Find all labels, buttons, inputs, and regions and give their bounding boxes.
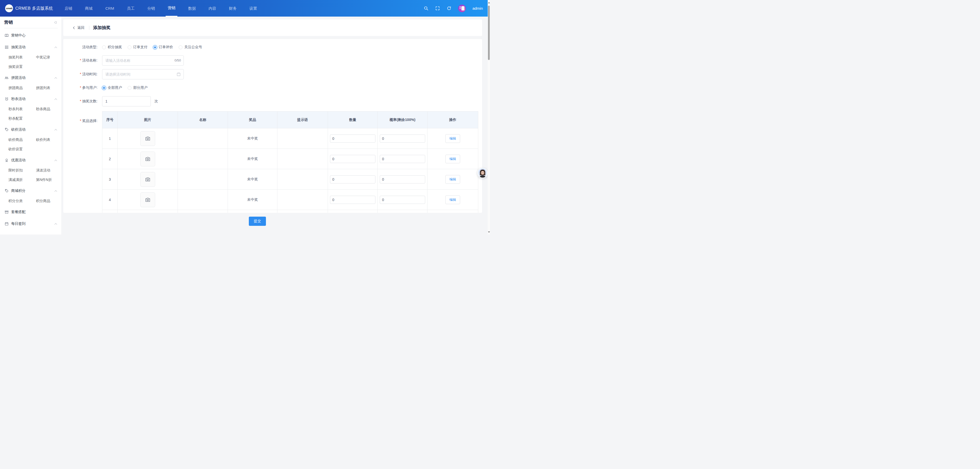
header-actions: admin xyxy=(424,0,483,17)
girl-avatar-illustration xyxy=(478,169,487,178)
sidebar-item-groupbuy-goods[interactable]: 拼团商品 xyxy=(8,86,36,90)
scroll-down-arrow[interactable] xyxy=(488,230,490,234)
sidebar-item-flash-list[interactable]: 秒杀列表 xyxy=(8,107,36,111)
sidebar-item-bargain-list[interactable]: 砍价列表 xyxy=(36,138,50,142)
sidebar-item-full-gift[interactable]: 满送活动 xyxy=(36,168,50,173)
nav-item-finance[interactable]: 财务 xyxy=(227,0,239,17)
col-prize: 奖品 xyxy=(228,111,277,128)
radio-follow-official-account[interactable]: 关注公众号 xyxy=(179,45,202,49)
radio-all-users[interactable]: 全部用户 xyxy=(102,86,122,90)
quantity-input[interactable] xyxy=(330,196,375,204)
table-header-row: 序号 图片 名称 奖品 提示语 数量 概率(剩余100%) 操作 xyxy=(102,111,478,128)
user-avatar[interactable] xyxy=(458,5,466,12)
probability-input[interactable] xyxy=(380,175,425,183)
prize-name-cell xyxy=(178,189,228,210)
row-index: 3 xyxy=(102,169,118,189)
probability-input[interactable] xyxy=(380,196,425,204)
edit-button[interactable]: 编辑 xyxy=(445,134,460,143)
radio-partial-users[interactable]: 部分用户 xyxy=(127,86,148,90)
scrollbar-thumb[interactable] xyxy=(488,6,490,60)
collapse-sidebar-icon[interactable] xyxy=(53,20,58,25)
probability-input[interactable] xyxy=(380,135,425,143)
calendar-icon[interactable] xyxy=(177,72,181,76)
sidebar-item-flash-goods[interactable]: 秒杀商品 xyxy=(36,107,50,111)
nav-item-mall[interactable]: 商城 xyxy=(83,0,95,17)
sidebar-item-lottery-list[interactable]: 抽奖列表 xyxy=(8,55,36,60)
sidebar-item-points-goods[interactable]: 积分商品 xyxy=(36,199,50,203)
sidebar-item-full-reduce[interactable]: 满减满折 xyxy=(8,178,36,182)
app-title: CRMEB 多店版系统 xyxy=(15,0,53,17)
scroll-up-arrow[interactable] xyxy=(488,1,490,4)
floating-assistant-avatar[interactable] xyxy=(477,168,488,178)
image-upload-button[interactable] xyxy=(140,131,155,146)
nav-item-data[interactable]: 数据 xyxy=(186,0,198,17)
radio-order-pay[interactable]: 订单支付 xyxy=(127,45,148,49)
char-counter: 0/50 xyxy=(175,56,181,65)
sidebar-item-nth-discount[interactable]: 第N件N折 xyxy=(36,178,52,182)
group-buy-icon xyxy=(5,76,9,80)
edit-button[interactable]: 编辑 xyxy=(445,155,460,163)
sidebar-group-group-buy[interactable]: 拼团活动 xyxy=(0,73,61,83)
nav-item-marketing[interactable]: 营销 xyxy=(165,0,177,17)
quantity-input[interactable] xyxy=(330,155,375,163)
activity-time-input[interactable] xyxy=(102,69,184,79)
participants-label: 参与用户: xyxy=(63,86,97,90)
sidebar-item-points-category[interactable]: 积分分类 xyxy=(8,199,36,203)
sidebar-item-lottery-settings[interactable]: 抽奖设置 xyxy=(8,65,36,69)
prize-cell: 未中奖 xyxy=(228,149,277,169)
prize-table: 序号 图片 名称 奖品 提示语 数量 概率(剩余100%) 操作 1 xyxy=(102,111,478,213)
edit-button[interactable]: 编辑 xyxy=(445,175,460,184)
sidebar-item-groupbuy-list[interactable]: 拼团列表 xyxy=(36,86,50,90)
refresh-icon[interactable] xyxy=(447,6,452,11)
nav-item-shop[interactable]: 店铺 xyxy=(62,0,74,17)
sidebar-item-time-discount[interactable]: 限时折扣 xyxy=(8,168,36,173)
radio-order-review[interactable]: 订单评价 xyxy=(153,45,173,49)
sidebar-group-discount[interactable]: 优惠活动 xyxy=(0,155,61,165)
sidebar-item-package-combo[interactable]: 套餐搭配 xyxy=(0,207,61,218)
sidebar-group-flash-sale[interactable]: 秒杀活动 xyxy=(0,94,61,104)
quantity-input[interactable] xyxy=(330,135,375,143)
table-row: 1 未中奖 编辑 xyxy=(102,128,478,149)
sidebar-group-bargain[interactable]: 砍价活动 xyxy=(0,124,61,135)
col-action: 操作 xyxy=(428,111,478,128)
sidebar-item-bargain-settings[interactable]: 砍价设置 xyxy=(8,147,36,151)
activity-name-input[interactable] xyxy=(102,56,184,65)
row-index: 4 xyxy=(102,189,118,210)
submit-button[interactable]: 提交 xyxy=(249,217,266,226)
sidebar-item-flash-config[interactable]: 秒杀配置 xyxy=(8,116,36,121)
probability-input[interactable] xyxy=(380,155,425,163)
sidebar-item-bargain-goods[interactable]: 砍价商品 xyxy=(8,138,36,142)
nav-item-crm[interactable]: CRM xyxy=(103,0,116,17)
back-button[interactable]: 返回 xyxy=(72,25,84,30)
flash-sale-icon xyxy=(5,97,9,101)
tip-cell xyxy=(277,169,328,189)
edit-button[interactable]: 编辑 xyxy=(445,196,460,204)
prize-cell: 未中奖 xyxy=(228,128,277,149)
col-probability: 概率(剩余100%) xyxy=(378,111,428,128)
nav-item-distribution[interactable]: 分销 xyxy=(145,0,157,17)
image-upload-button[interactable] xyxy=(140,151,155,166)
image-upload-button[interactable] xyxy=(140,192,155,207)
col-tip: 提示语 xyxy=(277,111,328,128)
bargain-icon xyxy=(5,127,9,132)
radio-points-lottery[interactable]: 积分抽奖 xyxy=(102,45,122,49)
nav-item-content[interactable]: 内容 xyxy=(207,0,218,17)
points-icon xyxy=(5,189,9,193)
nav-item-staff[interactable]: 员工 xyxy=(125,0,137,17)
image-upload-button[interactable] xyxy=(140,172,155,187)
username[interactable]: admin xyxy=(473,6,483,11)
sidebar-item-win-records[interactable]: 中奖记录 xyxy=(36,55,50,60)
vertical-scrollbar[interactable] xyxy=(488,0,490,234)
row-index: 2 xyxy=(102,149,118,169)
sidebar-item-marketing-center[interactable]: 营销中心 xyxy=(0,30,61,41)
quantity-input[interactable] xyxy=(330,175,375,183)
draw-count-input[interactable] xyxy=(102,96,151,107)
search-icon[interactable] xyxy=(424,6,428,11)
nav-item-settings[interactable]: 设置 xyxy=(247,0,259,17)
sidebar-group-daily-signin[interactable]: 每日签到 xyxy=(0,218,61,229)
sidebar-group-lottery[interactable]: 抽奖活动 xyxy=(0,42,61,52)
participants-radios: 全部用户 部分用户 xyxy=(102,86,153,90)
fullscreen-icon[interactable] xyxy=(435,6,440,11)
col-image: 图片 xyxy=(118,111,178,128)
sidebar-group-points[interactable]: 商城积分 xyxy=(0,186,61,196)
